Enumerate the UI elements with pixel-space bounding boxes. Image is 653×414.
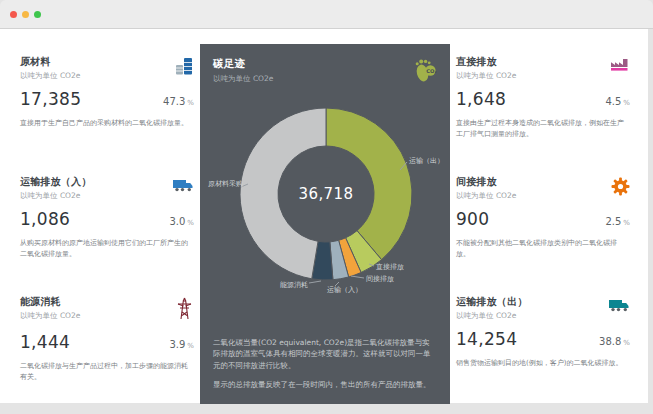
card-direct-emissions[interactable]: 直接排放 以吨为单位 CO2e 1,648 4.5% 直接由生产过程本身造成的二… — [456, 55, 636, 167]
panel-title: 碳足迹 — [213, 57, 437, 71]
card-value: 17,385 — [20, 89, 81, 109]
minimize-window-button[interactable] — [22, 11, 29, 18]
card-value: 14,254 — [456, 329, 517, 349]
card-subtitle: 以吨为单位 CO2e — [456, 191, 516, 201]
donut-label-indirect-emissions: 间接排放 — [366, 274, 394, 284]
card-value: 1,648 — [456, 89, 506, 109]
card-energy-consumption[interactable]: 能源消耗 以吨为单位 CO2e 1, — [20, 295, 200, 407]
card-percent: 3.0 — [169, 216, 185, 227]
card-value: 1,444 — [20, 332, 70, 352]
card-subtitle: 以吨为单位 CO2e — [20, 71, 80, 81]
footnote-co2e-definition: 二氧化碳当量(CO2 equivalent, CO2e)是指二氧化碳排放量与实际… — [213, 337, 437, 372]
card-transport-in[interactable]: 运输排放（入） 以吨为单位 CO2e 1,086 3.0% 从购买 — [20, 175, 200, 287]
card-value: 900 — [456, 209, 489, 229]
donut-label-direct-emissions: 直接排放 — [376, 262, 404, 272]
left-card-column: 原材料 以吨为单位 CO2e 17,385 47.3% 直接用于生产自己产品的采… — [20, 29, 200, 403]
carbon-dashboard: 原材料 以吨为单位 CO2e 17,385 47.3% 直接用于生产自己产品的采… — [0, 29, 648, 403]
card-title: 能源消耗 — [20, 295, 80, 309]
percent-sign: % — [623, 219, 630, 227]
card-description: 二氧化碳排放与生产产品过程中，加工步骤的能源消耗有关。 — [20, 361, 194, 383]
donut-label-transport-out: 运输（出） — [409, 156, 444, 166]
footprint-icon: CO₂ — [413, 57, 437, 89]
card-subtitle: 以吨为单位 CO2e — [456, 311, 527, 321]
close-window-button[interactable] — [10, 11, 17, 18]
donut-leader-line — [309, 281, 321, 283]
card-indirect-emissions[interactable]: 间接排放 以吨为单位 CO2e — [456, 175, 636, 287]
card-subtitle: 以吨为单位 CO2e — [456, 71, 516, 81]
donut-label-raw-materials: 原材料采购 — [208, 179, 243, 189]
card-title: 直接排放 — [456, 55, 516, 69]
zoom-window-button[interactable] — [34, 11, 41, 18]
card-subtitle: 以吨为单位 CO2e — [20, 191, 91, 201]
right-card-column: 直接排放 以吨为单位 CO2e 1,648 4.5% 直接由生产过程本身造成的二… — [450, 29, 636, 403]
card-description: 从购买原材料的原产地运输到使用它们的工厂所产生的二氧化碳排放量。 — [20, 238, 194, 260]
donut-label-energy: 能源消耗 — [280, 280, 308, 290]
percent-sign: % — [187, 99, 194, 107]
card-description: 销售货物运输到目的地(例如，客户)的二氧化碳排放。 — [456, 358, 630, 369]
truck-icon — [172, 177, 194, 197]
donut-total-value: 36,718 — [299, 185, 354, 203]
gear-icon — [611, 177, 630, 200]
card-subtitle: 以吨为单位 CO2e — [20, 311, 80, 321]
percent-sign: % — [187, 342, 194, 350]
card-title: 运输排放（出） — [456, 295, 527, 309]
card-raw-materials[interactable]: 原材料 以吨为单位 CO2e 17,385 47.3% 直接用于生产自己产品的采… — [20, 55, 200, 167]
card-transport-out[interactable]: 运输排放（出） 以吨为单位 CO2e 14,254 38.8% 销 — [456, 295, 636, 407]
card-percent: 47.3 — [163, 96, 185, 107]
card-value: 1,086 — [20, 209, 70, 229]
card-percent: 2.5 — [605, 216, 621, 227]
card-description: 直接用于生产自己产品的采购材料的二氧化碳排放量。 — [20, 118, 194, 129]
percent-sign: % — [623, 339, 630, 347]
donut-chart: 36,718 运输（出） 直接排放 间接排放 运输（入） 能源消耗 原材料采购 — [200, 94, 450, 309]
carbon-footprint-panel: 碳足迹 以吨为单位 CO2e CO₂ 36,718 运输（出） 直接排放 间接排… — [200, 44, 450, 404]
percent-sign: % — [187, 219, 194, 227]
transmission-tower-icon — [175, 297, 194, 324]
card-percent: 38.8 — [599, 336, 621, 347]
card-description: 不能被分配到其他二氧化碳排放类别中的二氧化碳排放。 — [456, 238, 630, 260]
card-percent: 3.9 — [169, 339, 185, 350]
footnote-total-emissions: 显示的总排放量反映了在一段时间内，售出的所有产品的排放量。 — [213, 379, 437, 391]
barrel-icon — [174, 57, 194, 80]
card-description: 直接由生产过程本身造成的二氧化碳排放，例如在生产工厂排气口测量的排放。 — [456, 118, 630, 140]
panel-footnotes: 二氧化碳当量(CO2 equivalent, CO2e)是指二氧化碳排放量与实际… — [213, 337, 437, 392]
percent-sign: % — [623, 99, 630, 107]
card-percent: 4.5 — [605, 96, 621, 107]
svg-text:CO₂: CO₂ — [426, 68, 437, 74]
donut-label-transport-in: 运输（入） — [327, 285, 362, 295]
card-title: 原材料 — [20, 55, 80, 69]
factory-icon — [609, 57, 630, 78]
panel-subtitle: 以吨为单位 CO2e — [213, 74, 437, 84]
window-titlebar — [0, 0, 653, 29]
donut-leader-line — [351, 276, 364, 278]
truck-icon — [608, 297, 630, 317]
card-title: 间接排放 — [456, 175, 516, 189]
card-title: 运输排放（入） — [20, 175, 91, 189]
donut-slice-0[interactable] — [326, 108, 412, 260]
